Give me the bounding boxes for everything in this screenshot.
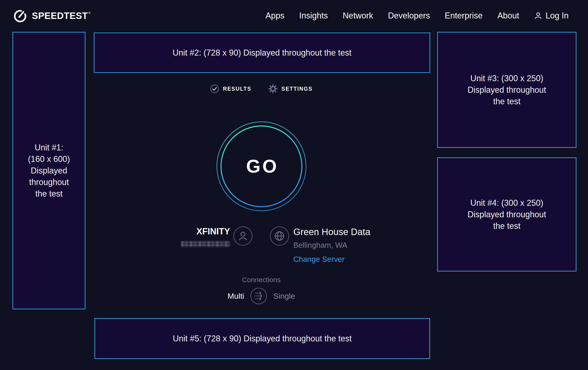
- connections-toggle-row: Multi Single: [85, 287, 437, 304]
- multi-arrows-icon[interactable]: [250, 287, 267, 304]
- ad-unit-5[interactable]: Unit #5: (728 x 90) Displayed throughout…: [94, 318, 430, 359]
- ad-unit-3[interactable]: Unit #3: (300 x 250) Displayed throughou…: [437, 32, 577, 148]
- speedometer-icon: [13, 9, 27, 23]
- gear-icon: [268, 84, 278, 94]
- connections-mode-single[interactable]: Single: [273, 291, 295, 300]
- main-navigation: Apps Insights Network Developers Enterpr…: [265, 11, 569, 20]
- nav-item-developers[interactable]: Developers: [388, 11, 430, 20]
- go-button[interactable]: GO: [215, 120, 307, 212]
- speedtest-logo[interactable]: SPEEDTEST ®: [13, 9, 91, 23]
- isp-person-icon: [233, 226, 253, 246]
- connections-heading: Connections: [85, 275, 437, 284]
- host-info: XFINITY: [181, 226, 230, 247]
- ad-text: the test: [467, 220, 546, 232]
- tab-settings[interactable]: SETTINGS: [268, 84, 313, 94]
- server-name: Green House Data: [293, 227, 370, 237]
- ad-text: Displayed throughout: [467, 209, 546, 220]
- nav-item-network[interactable]: Network: [343, 11, 373, 20]
- globe-icon: [270, 226, 289, 246]
- server-info: Green House Data Bellingham, WA Change S…: [293, 227, 370, 264]
- ad-text: Unit #3: (300 x 250): [467, 73, 546, 84]
- connections-mode-multi[interactable]: Multi: [228, 291, 244, 300]
- nav-item-about[interactable]: About: [497, 11, 519, 20]
- results-label: RESULTS: [223, 86, 251, 92]
- ad-text: Unit #2: (728 x 90) Displayed throughout…: [173, 47, 351, 59]
- ad-text: the test: [28, 188, 70, 200]
- ad-text: Displayed throughout: [467, 84, 546, 96]
- ad-text: throughout: [28, 177, 70, 188]
- top-nav-bar: SPEEDTEST ® Apps Insights Network Develo…: [0, 0, 588, 31]
- ip-address-redacted: [181, 241, 230, 247]
- nav-item-insights[interactable]: Insights: [299, 11, 328, 20]
- go-label: GO: [215, 120, 307, 212]
- ad-unit-1[interactable]: Unit #1: (160 x 600) Displayed throughou…: [12, 32, 85, 309]
- ad-text: the test: [467, 96, 546, 107]
- nav-item-enterprise[interactable]: Enterprise: [445, 11, 483, 20]
- ad-text: Unit #1:: [28, 142, 70, 153]
- change-server-link[interactable]: Change Server: [293, 255, 370, 264]
- login-button[interactable]: Log In: [534, 11, 569, 20]
- nav-item-apps[interactable]: Apps: [265, 11, 284, 20]
- results-settings-tabs: RESULTS SETTINGS: [85, 83, 437, 94]
- ad-text: Unit #5: (728 x 90) Displayed throughout…: [173, 333, 352, 344]
- tab-results[interactable]: RESULTS: [210, 84, 251, 93]
- server-location: Bellingham, WA: [293, 240, 370, 250]
- isp-name: XFINITY: [181, 226, 230, 237]
- check-circle-icon: [210, 84, 219, 93]
- ad-text: Displayed: [28, 165, 70, 177]
- ad-text: (160 x 600): [28, 153, 70, 165]
- ad-unit-4[interactable]: Unit #4: (300 x 250) Displayed throughou…: [437, 157, 577, 271]
- settings-label: SETTINGS: [282, 86, 313, 92]
- login-label: Log In: [546, 11, 569, 20]
- brand-name: SPEEDTEST: [32, 11, 88, 21]
- ad-text: Unit #4: (300 x 250): [467, 197, 546, 209]
- trademark-mark: ®: [88, 11, 91, 15]
- ad-unit-2[interactable]: Unit #2: (728 x 90) Displayed throughout…: [94, 32, 430, 73]
- person-icon: [534, 11, 542, 20]
